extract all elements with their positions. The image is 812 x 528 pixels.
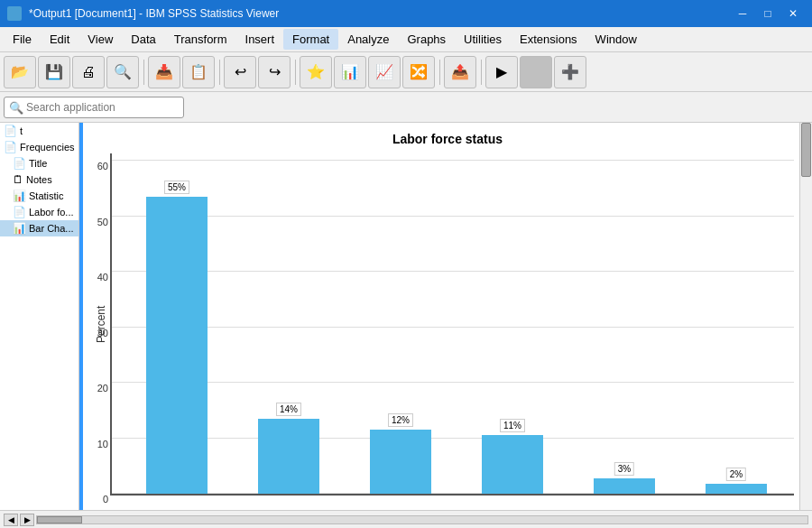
- sidebar-label-statistic: Statistic: [29, 190, 64, 201]
- menu-analyze[interactable]: Analyze: [338, 29, 398, 50]
- menu-extensions[interactable]: Extensions: [511, 29, 586, 50]
- sidebar-label-barchart: Bar Cha...: [29, 223, 74, 234]
- main-layout: 📄 t 📄 Frequencies 📄 Title 🗒 Notes 📊 Stat…: [0, 123, 812, 510]
- menu-file[interactable]: File: [4, 29, 41, 50]
- chart-container: Labor force status Percent 0102030405060…: [83, 123, 812, 510]
- insert-btn[interactable]: 📋: [182, 56, 215, 88]
- y-tick-label: 50: [97, 217, 108, 227]
- y-tick-label: 30: [97, 328, 108, 338]
- grid-line: [112, 438, 794, 439]
- save-btn[interactable]: 💾: [38, 56, 70, 88]
- bar-working-part-time[interactable]: 11%: [482, 435, 543, 494]
- pivot-btn[interactable]: 🔀: [402, 56, 435, 88]
- scroll-right-btn[interactable]: ▶: [20, 514, 34, 526]
- labor-icon: 📄: [13, 206, 26, 218]
- open-folder-btn[interactable]: 📂: [4, 56, 36, 88]
- add-btn[interactable]: ➕: [554, 56, 586, 88]
- horizontal-scroll-track[interactable]: [36, 515, 808, 524]
- maximize-btn[interactable]: □: [756, 5, 780, 23]
- menu-window[interactable]: Window: [586, 29, 646, 50]
- bar-pct-label: 2%: [726, 468, 746, 481]
- h-scroll-thumb[interactable]: [37, 516, 82, 523]
- sidebar-item-statistic[interactable]: 📊 Statistic: [0, 188, 78, 204]
- app-icon: [7, 6, 22, 21]
- sidebar: 📄 t 📄 Frequencies 📄 Title 🗒 Notes 📊 Stat…: [0, 123, 79, 510]
- chart-plot: 010203040506055%Working full time14%Reti…: [110, 153, 794, 496]
- close-btn[interactable]: ✕: [781, 5, 805, 23]
- grid-line: [112, 216, 794, 217]
- toolbar-sep-2: [217, 56, 222, 88]
- y-tick-label: 20: [97, 383, 108, 394]
- title-bar: *Output1 [Document1] - IBM SPSS Statisti…: [0, 0, 812, 27]
- grid-line: [112, 160, 794, 161]
- minimize-btn[interactable]: ─: [731, 5, 754, 23]
- frequencies-icon: 📄: [4, 141, 17, 153]
- grid-line: [112, 493, 794, 494]
- gray1-btn[interactable]: [520, 56, 552, 88]
- bar-retired[interactable]: 14%: [258, 419, 319, 494]
- table-btn[interactable]: 📊: [334, 56, 366, 88]
- sidebar-item-title[interactable]: 📄 Title: [0, 155, 78, 171]
- grid-line: [112, 271, 794, 272]
- bookmark-btn[interactable]: ⭐: [300, 56, 332, 88]
- search-bar: 🔍: [0, 92, 812, 123]
- sidebar-item-bar-chart[interactable]: 📊 Bar Cha...: [0, 220, 78, 236]
- content-area: Labor force status Percent 0102030405060…: [83, 123, 812, 510]
- menu-data[interactable]: Data: [122, 29, 164, 50]
- bar-working-full-time[interactable]: 55%: [146, 197, 208, 494]
- sidebar-label-title: Title: [29, 158, 47, 169]
- bar-pct-label: 12%: [388, 413, 413, 427]
- play-btn[interactable]: ▶: [485, 56, 518, 88]
- sidebar-item-root[interactable]: 📄 t: [0, 123, 78, 139]
- bottom-bar: ◀ ▶: [0, 510, 812, 528]
- chart-inner: Percent 010203040506055%Working full tim…: [92, 153, 803, 496]
- bar-pct-label: 3%: [614, 462, 634, 476]
- vertical-scrollbar[interactable]: [799, 123, 812, 510]
- bar-keeping-house[interactable]: 12%: [370, 430, 431, 494]
- import-btn[interactable]: 📥: [148, 56, 180, 88]
- y-tick-label: 10: [97, 439, 108, 449]
- find-btn[interactable]: 🔍: [106, 56, 139, 88]
- menu-graphs[interactable]: Graphs: [398, 29, 455, 50]
- sidebar-label-root: t: [20, 125, 23, 136]
- sidebar-item-frequencies[interactable]: 📄 Frequencies: [0, 139, 78, 155]
- chart-title: Labor force status: [92, 132, 803, 146]
- search-wrap: 🔍: [4, 97, 184, 118]
- bar-pct-label: 14%: [276, 403, 301, 416]
- menu-utilities[interactable]: Utilities: [455, 29, 511, 50]
- bar-school[interactable]: 3%: [594, 478, 655, 494]
- grid-line: [112, 382, 794, 383]
- menu-edit[interactable]: Edit: [41, 29, 78, 50]
- bar-pct-label: 55%: [164, 181, 189, 194]
- export-btn[interactable]: 📤: [444, 56, 476, 88]
- y-tick-label: 0: [103, 494, 108, 505]
- print-btn[interactable]: 🖨: [72, 56, 105, 88]
- sidebar-item-notes[interactable]: 🗒 Notes: [0, 171, 78, 188]
- menu-view[interactable]: View: [78, 29, 122, 50]
- redo-btn[interactable]: ↪: [258, 56, 291, 88]
- chart-btn[interactable]: 📈: [368, 56, 401, 88]
- search-input[interactable]: [4, 97, 184, 118]
- window-controls: ─ □ ✕: [731, 5, 805, 23]
- menu-insert[interactable]: Insert: [236, 29, 284, 50]
- sidebar-item-labor-force[interactable]: 📄 Labor fo...: [0, 204, 78, 220]
- title-bar-text: *Output1 [Document1] - IBM SPSS Statisti…: [29, 7, 724, 20]
- scroll-thumb[interactable]: [801, 123, 811, 177]
- bar-pct-label: 11%: [500, 419, 525, 432]
- scroll-left-btn[interactable]: ◀: [4, 514, 18, 526]
- bar-unem...[interactable]: 2%: [706, 484, 767, 494]
- grid-line: [112, 327, 794, 328]
- barchart-icon: 📊: [13, 222, 26, 235]
- toolbar-sep-1: [141, 56, 146, 88]
- menu-bar: File Edit View Data Transform Insert For…: [0, 27, 812, 52]
- y-tick-label: 40: [97, 272, 108, 283]
- sidebar-label-notes: Notes: [26, 174, 52, 185]
- y-tick-label: 60: [97, 161, 108, 171]
- title-icon: 📄: [13, 157, 26, 170]
- menu-format[interactable]: Format: [283, 29, 338, 50]
- menu-transform[interactable]: Transform: [165, 29, 236, 50]
- root-icon: 📄: [4, 125, 17, 137]
- undo-btn[interactable]: ↩: [224, 56, 256, 88]
- sidebar-label-labor: Labor fo...: [29, 207, 74, 218]
- toolbar: 📂 💾 🖨 🔍 📥 📋 ↩ ↪ ⭐ 📊 📈 🔀 📤 ▶ ➕: [0, 52, 812, 92]
